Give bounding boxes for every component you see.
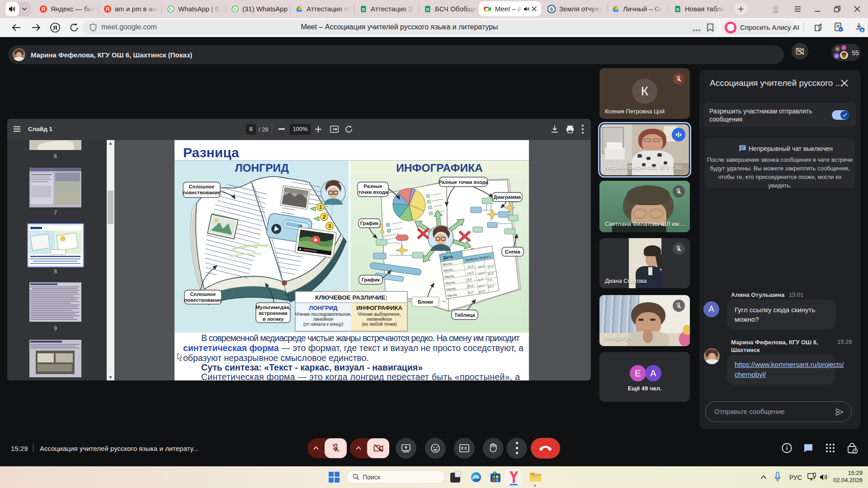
svg-text:нелинейное: нелинейное (367, 317, 392, 322)
svg-text:Диаграмма: Диаграмма (494, 194, 521, 200)
svg-text:ЛОНГРИД: ЛОНГРИД (235, 162, 289, 174)
svg-text:ϐ: ϐ (550, 6, 553, 13)
svg-text:ИНФОГРАФИКА: ИНФОГРАФИКА (356, 305, 402, 311)
svg-text:Суть синтеза: «Текст - каркас,: Суть синтеза: «Текст - каркас, визуал - … (201, 362, 423, 372)
svg-text:образуют неразрывное смысловое: образуют неразрывное смысловое единство. (183, 353, 369, 363)
svg-text:встроенная: встроенная (259, 310, 287, 316)
svg-text:3: 3 (328, 223, 331, 229)
svg-text:(из любой точки): (из любой точки) (362, 322, 397, 327)
svg-text:Чтение последовательное,: Чтение последовательное, (295, 312, 351, 317)
svg-text:Сплошное: Сплошное (189, 184, 215, 189)
svg-text:линейное: линейное (313, 317, 334, 322)
svg-text:График: График (362, 277, 380, 282)
svg-text:Разные: Разные (363, 183, 382, 189)
svg-text:Я: Я (53, 24, 57, 31)
svg-text:1: 1 (319, 204, 322, 210)
svg-text:2: 2 (323, 214, 326, 220)
svg-text:Синтетическая форма — это: Синтетическая форма — это когда лонгрид … (201, 372, 520, 380)
svg-text:Схема: Схема (505, 249, 521, 254)
svg-text:повествование: повествование (184, 297, 222, 303)
svg-text:ИНФОГРАФИКА: ИНФОГРАФИКА (396, 162, 483, 174)
svg-text:точки входа: точки входа (358, 189, 388, 195)
svg-text:9: 9 (861, 28, 863, 33)
svg-text:(от начала к концу): (от начала к концу) (303, 322, 344, 327)
svg-text:Блоки: Блоки (418, 299, 433, 305)
svg-text:Сплошное: Сплошное (190, 291, 216, 297)
svg-text:Мультимедиа,: Мультимедиа, (255, 305, 290, 310)
svg-text:Таблица: Таблица (454, 312, 476, 318)
svg-text:ЛОНГРИД: ЛОНГРИД (309, 305, 338, 311)
svg-text:График: График (360, 221, 379, 226)
svg-text:КЛЮЧЕВОЕ РАЗЛИЧИЕ:: КЛЮЧЕВОЕ РАЗЛИЧИЕ: (315, 294, 387, 301)
svg-text:в логику: в логику (263, 316, 284, 322)
svg-text:Разница: Разница (183, 145, 239, 160)
svg-text:В современной медиасреде чисты: В современной медиасреде чистые жанры вс… (201, 333, 520, 343)
svg-text:повествование: повествование (183, 190, 220, 195)
svg-text:Разные точки входа: Разные точки входа (439, 179, 489, 185)
svg-text:Чтение выборочное,: Чтение выборочное, (358, 312, 401, 317)
svg-text:синтетическая форма — это фор: синтетическая форма — это формат, где те… (183, 343, 524, 353)
